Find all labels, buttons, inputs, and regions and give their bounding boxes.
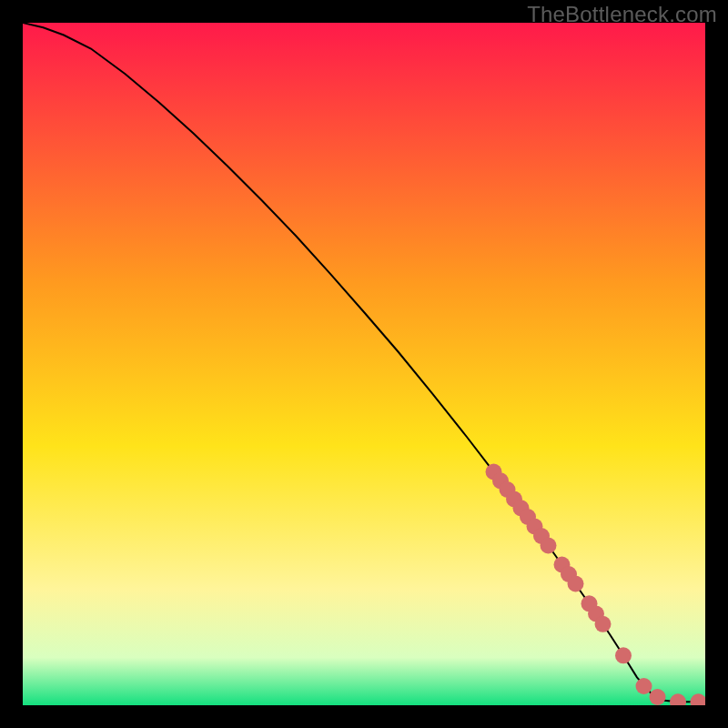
gradient-background (23, 23, 705, 705)
data-point (615, 647, 632, 663)
data-point (595, 616, 612, 632)
plot-area (23, 23, 705, 705)
data-point (636, 678, 652, 694)
data-point (568, 576, 584, 592)
data-point (541, 538, 557, 554)
chart-stage: TheBottleneck.com (0, 0, 728, 728)
chart-svg (23, 23, 705, 705)
data-point (650, 689, 666, 705)
